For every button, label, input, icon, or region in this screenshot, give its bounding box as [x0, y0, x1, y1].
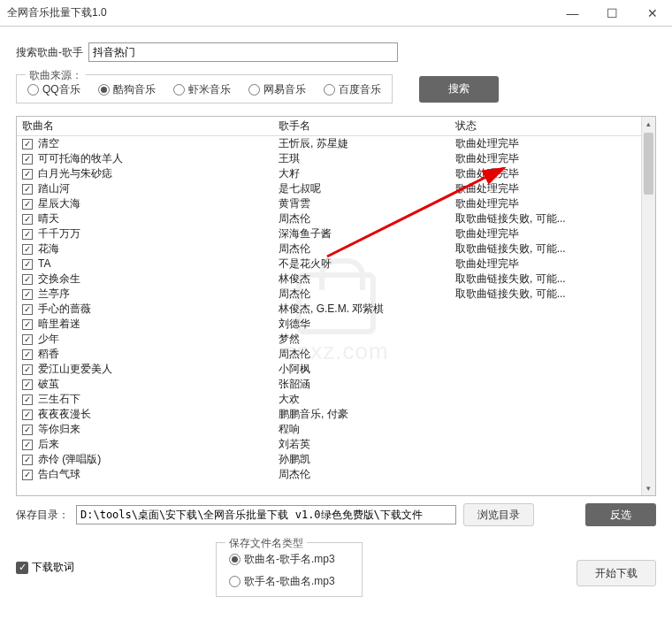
table-row[interactable]: 赤伶 (弹唱版)孙鹏凯	[17, 452, 641, 467]
table-row[interactable]: 破茧张韶涵	[17, 377, 641, 392]
table-row[interactable]: 夜夜夜漫长鹏鹏音乐, 付豪	[17, 407, 641, 422]
row-checkbox[interactable]	[22, 455, 33, 465]
table-row[interactable]: 暗里着迷刘德华	[17, 317, 641, 332]
browse-button[interactable]: 浏览目录	[463, 503, 534, 526]
row-checkbox[interactable]	[22, 319, 33, 330]
table-row[interactable]: 花海周杰伦取歌曲链接失败, 可能...	[17, 241, 641, 256]
source-radio-4[interactable]: 百度音乐	[324, 82, 381, 97]
row-checkbox[interactable]	[22, 379, 33, 390]
close-button[interactable]: ✕	[632, 0, 672, 27]
window-title: 全网音乐批量下载1.0	[7, 5, 553, 20]
radio-icon	[229, 554, 241, 565]
save-path-label: 保存目录：	[16, 508, 69, 523]
search-label: 搜索歌曲-歌手	[16, 45, 83, 60]
row-checkbox[interactable]	[22, 304, 33, 315]
source-legend: 歌曲来源：	[26, 68, 86, 83]
row-checkbox[interactable]	[22, 364, 33, 375]
table-row[interactable]: 踏山河是七叔呢歌曲处理完毕	[17, 181, 641, 196]
radio-icon	[27, 84, 39, 96]
song-list: 歌曲名 歌手名 状态 清空王忻辰, 苏星婕歌曲处理完毕可可托海的牧羊人王琪歌曲处…	[16, 116, 656, 496]
table-row[interactable]: 晴天周杰伦取歌曲链接失败, 可能...	[17, 211, 641, 226]
row-checkbox[interactable]	[22, 139, 33, 149]
source-radio-0[interactable]: QQ音乐	[27, 82, 80, 97]
table-row[interactable]: 星辰大海黄霄雲歌曲处理完毕	[17, 196, 641, 211]
row-checkbox[interactable]	[22, 154, 33, 165]
row-checkbox[interactable]	[22, 349, 33, 360]
radio-icon	[98, 84, 110, 96]
table-row[interactable]: 可可托海的牧羊人王琪歌曲处理完毕	[17, 151, 641, 166]
invert-select-button[interactable]: 反选	[585, 503, 656, 526]
list-header: 歌曲名 歌手名 状态	[17, 117, 641, 136]
save-path-input[interactable]	[76, 505, 456, 524]
table-row[interactable]: 三生石下大欢	[17, 392, 641, 407]
row-checkbox[interactable]	[22, 169, 33, 180]
row-checkbox[interactable]	[22, 199, 33, 210]
table-row[interactable]: 告白气球周杰伦	[17, 467, 641, 482]
table-row[interactable]: 爱江山更爱美人小阿枫	[17, 362, 641, 377]
table-row[interactable]: 千千万万深海鱼子酱歌曲处理完毕	[17, 226, 641, 241]
filetype-fieldset: 保存文件名类型 歌曲名-歌手名.mp3歌手名-歌曲名.mp3	[216, 542, 363, 597]
table-row[interactable]: 清空王忻辰, 苏星婕歌曲处理完毕	[17, 136, 641, 151]
titlebar: 全网音乐批量下载1.0 — ☐ ✕	[0, 0, 672, 27]
checkmark-icon: ✓	[16, 562, 28, 574]
scroll-thumb[interactable]	[644, 133, 653, 195]
start-download-button[interactable]: 开始下载	[577, 560, 656, 586]
minimize-button[interactable]: —	[553, 0, 592, 27]
table-row[interactable]: 后来刘若英	[17, 437, 641, 452]
source-fieldset: 歌曲来源： QQ音乐酷狗音乐虾米音乐网易音乐百度音乐	[16, 74, 393, 103]
table-row[interactable]: 少年梦然	[17, 332, 641, 347]
row-checkbox[interactable]	[22, 289, 33, 300]
header-status[interactable]: 状态	[455, 119, 641, 134]
source-radio-2[interactable]: 虾米音乐	[173, 82, 231, 97]
row-checkbox[interactable]	[22, 440, 33, 450]
table-row[interactable]: 稻香周杰伦	[17, 347, 641, 362]
radio-icon	[248, 84, 260, 96]
download-lyric-label: 下载歌词	[32, 560, 74, 575]
header-song[interactable]: 歌曲名	[22, 119, 279, 134]
row-checkbox[interactable]	[22, 470, 33, 480]
filetype-radio-1[interactable]: 歌手名-歌曲名.mp3	[229, 574, 335, 589]
row-checkbox[interactable]	[22, 410, 33, 420]
scroll-up-icon[interactable]: ▴	[642, 117, 655, 131]
row-checkbox[interactable]	[22, 259, 33, 270]
table-row[interactable]: 手心的蔷薇林俊杰, G.E.M. 邓紫棋	[17, 302, 641, 317]
table-row[interactable]: 等你归来程响	[17, 422, 641, 437]
header-artist[interactable]: 歌手名	[279, 119, 455, 134]
row-checkbox[interactable]	[22, 274, 33, 285]
table-row[interactable]: TA不是花火呀歌曲处理完毕	[17, 256, 641, 272]
download-lyric-checkbox[interactable]: ✓ 下载歌词	[16, 560, 74, 575]
row-checkbox[interactable]	[22, 425, 33, 435]
maximize-button[interactable]: ☐	[592, 0, 632, 27]
scroll-down-icon[interactable]: ▾	[642, 481, 655, 495]
search-input[interactable]	[88, 42, 398, 62]
radio-icon	[229, 576, 241, 587]
table-row[interactable]: 兰亭序周杰伦取歌曲链接失败, 可能...	[17, 287, 641, 302]
row-checkbox[interactable]	[22, 334, 33, 345]
filetype-radio-0[interactable]: 歌曲名-歌手名.mp3	[229, 552, 335, 567]
row-checkbox[interactable]	[22, 214, 33, 225]
radio-icon	[173, 84, 185, 96]
row-checkbox[interactable]	[22, 184, 33, 195]
radio-icon	[324, 84, 335, 96]
row-checkbox[interactable]	[22, 229, 33, 240]
source-radio-3[interactable]: 网易音乐	[248, 82, 306, 97]
source-radio-1[interactable]: 酷狗音乐	[98, 82, 156, 97]
row-checkbox[interactable]	[22, 394, 33, 405]
search-button[interactable]: 搜索	[419, 76, 499, 103]
filetype-legend: 保存文件名类型	[225, 536, 307, 551]
table-row[interactable]: 白月光与朱砂痣大籽歌曲处理完毕	[17, 166, 641, 181]
row-checkbox[interactable]	[22, 244, 33, 255]
table-row[interactable]: 交换余生林俊杰取歌曲链接失败, 可能...	[17, 272, 641, 287]
scrollbar[interactable]: ▴ ▾	[641, 117, 655, 495]
